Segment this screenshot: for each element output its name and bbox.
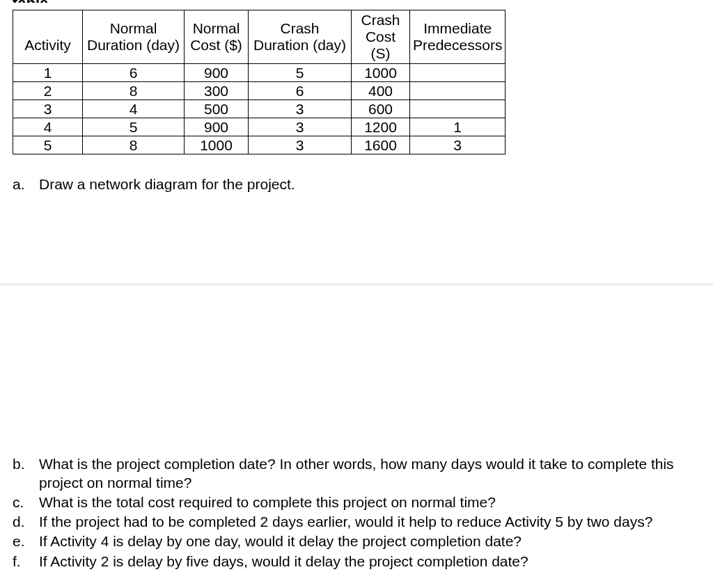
cell-activity: 4 [13, 118, 83, 136]
question-marker: a. [13, 175, 28, 193]
header-cd-l2: Duration (day) [251, 37, 348, 54]
question-text: If Activity 2 is delay by five days, wou… [39, 553, 696, 571]
cell-pred [410, 100, 506, 118]
question-text: What is the total cost required to compl… [39, 493, 696, 511]
activity-table: Activity Normal Duration (day) Normal Co… [13, 10, 506, 154]
cell-cd: 6 [249, 82, 352, 100]
cell-nc: 900 [185, 118, 249, 136]
cell-pred: 1 [410, 118, 506, 136]
question-text: If the project had to be completed 2 day… [39, 513, 696, 531]
header-normal-cost: Normal Cost ($) [185, 10, 249, 64]
header-pred-l2: Predecessors [413, 37, 502, 54]
cell-cc: 600 [352, 100, 410, 118]
question-a: a. Draw a network diagram for the projec… [13, 175, 696, 193]
question-marker: b. [13, 455, 28, 473]
diagram-space [13, 195, 696, 455]
header-cc-l1: Crash [354, 12, 407, 29]
table-row: 2 8 300 6 400 [13, 82, 506, 100]
question-marker: d. [13, 513, 28, 531]
cell-cd: 5 [249, 64, 352, 82]
header-activity-label: Activity [16, 37, 79, 54]
question-marker: e. [13, 532, 28, 550]
cell-activity: 1 [13, 64, 83, 82]
header-predecessors: Immediate Predecessors [410, 10, 506, 64]
table-row: 1 6 900 5 1000 [13, 64, 506, 82]
header-pred-l1: Immediate [413, 20, 502, 37]
header-nd-l1: Normal [86, 20, 181, 37]
cell-pred: 3 [410, 136, 506, 154]
header-activity: Activity [13, 10, 83, 64]
cell-cd: 3 [249, 136, 352, 154]
cell-nd: 8 [83, 136, 185, 154]
cell-cc: 1600 [352, 136, 410, 154]
header-cd-l1: Crash [251, 20, 348, 37]
cell-activity: 3 [13, 100, 83, 118]
cell-cc: 1000 [352, 64, 410, 82]
cell-nc: 900 [185, 64, 249, 82]
question-f: f. If Activity 2 is delay by five days, … [13, 553, 696, 571]
header-nc-l2: Cost ($) [187, 37, 245, 54]
cell-cd: 3 [249, 100, 352, 118]
question-text: If Activity 4 is delay by one day, would… [39, 532, 696, 550]
cell-nd: 6 [83, 64, 185, 82]
cell-cc: 400 [352, 82, 410, 100]
cell-nc: 1000 [185, 136, 249, 154]
cell-activity: 2 [13, 82, 83, 100]
table-body: 1 6 900 5 1000 2 8 300 6 400 3 4 500 3 6… [13, 64, 506, 154]
question-c: c. What is the total cost required to co… [13, 493, 696, 511]
header-crash-duration: Crash Duration (day) [249, 10, 352, 64]
cell-cd: 3 [249, 118, 352, 136]
question-b: b. What is the project completion date? … [13, 455, 696, 492]
cell-nd: 8 [83, 82, 185, 100]
cell-pred [410, 64, 506, 82]
question-text: Draw a network diagram for the project. [39, 175, 696, 193]
table-row: 4 5 900 3 1200 1 [13, 118, 506, 136]
cell-nd: 5 [83, 118, 185, 136]
questions-list: a. Draw a network diagram for the projec… [13, 175, 696, 572]
cell-pred [410, 82, 506, 100]
table-row: 5 8 1000 3 1600 3 [13, 136, 506, 154]
header-nd-l2: Duration (day) [86, 37, 181, 54]
question-marker: c. [13, 493, 28, 511]
cell-activity: 5 [13, 136, 83, 154]
cell-nd: 4 [83, 100, 185, 118]
question-marker: f. [13, 553, 28, 571]
header-cc-l2: Cost (S) [354, 29, 407, 62]
table-header-row: Activity Normal Duration (day) Normal Co… [13, 10, 506, 64]
activity-table-container: Activity Normal Duration (day) Normal Co… [13, 10, 713, 154]
table-row: 3 4 500 3 600 [13, 100, 506, 118]
question-d: d. If the project had to be completed 2 … [13, 513, 696, 531]
header-crash-cost: Crash Cost (S) [352, 10, 410, 64]
question-text: What is the project completion date? In … [39, 455, 696, 492]
header-nc-l1: Normal [187, 20, 245, 37]
cell-cc: 1200 [352, 118, 410, 136]
header-normal-duration: Normal Duration (day) [83, 10, 185, 64]
question-e: e. If Activity 4 is delay by one day, wo… [13, 532, 696, 550]
cell-nc: 300 [185, 82, 249, 100]
truncated-header: table. [13, 0, 52, 3]
cell-nc: 500 [185, 100, 249, 118]
